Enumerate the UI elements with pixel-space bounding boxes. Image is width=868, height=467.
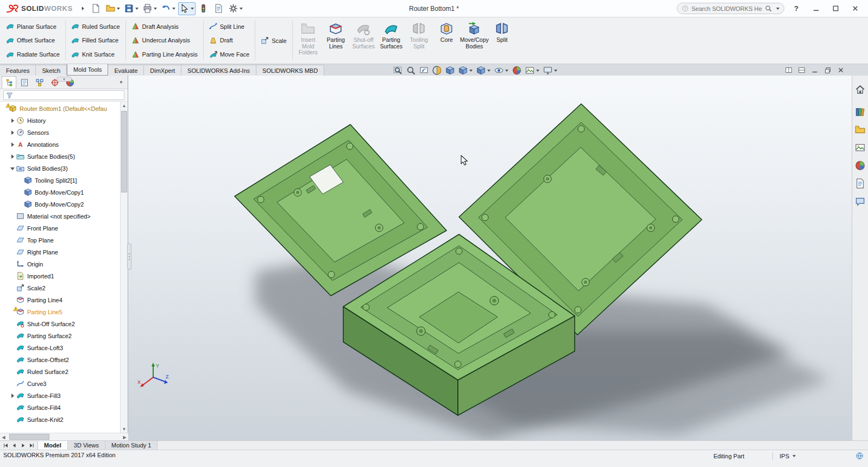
model-tab-model[interactable]: Model <box>38 441 68 450</box>
tree-item-body-move-copy1[interactable]: Body-Move/Copy1 <box>0 186 120 198</box>
scroll-up-icon[interactable]: ▲ <box>121 102 128 109</box>
tree-item-top-plane[interactable]: Top Plane <box>0 234 120 246</box>
tree-item-surface-fill4[interactable]: Surface-Fill4 <box>0 402 120 414</box>
tree-item-front-plane[interactable]: Front Plane <box>0 222 120 234</box>
close-document-button[interactable] <box>836 66 845 74</box>
viewport-3d[interactable]: Y X Z <box>128 76 852 440</box>
draft-button[interactable]: Draft <box>206 35 252 46</box>
insert-mold-folders-button[interactable]: Insert Mold Folders <box>294 19 322 62</box>
model-tab-last-button[interactable] <box>28 441 36 449</box>
tree-item-origin[interactable]: Origin <box>0 258 120 270</box>
radiate-surface-button[interactable]: Radiate Surface <box>3 49 62 60</box>
vertical-scroll-thumb[interactable] <box>121 111 127 192</box>
parting-lines-button[interactable]: Parting Lines <box>322 19 350 62</box>
appearances-button[interactable] <box>854 159 866 171</box>
print-button[interactable] <box>141 2 159 15</box>
expand-right-icon[interactable] <box>9 129 16 136</box>
split-vertical-button[interactable] <box>797 66 806 74</box>
parting-line-analysis-button[interactable]: Parting Line Analysis <box>129 49 200 60</box>
tab-solidworks-mbd[interactable]: SOLIDWORKS MBD <box>256 65 324 76</box>
expand-right-icon[interactable] <box>9 117 16 124</box>
tab-sketch[interactable]: Sketch <box>36 65 67 76</box>
propertymanager-tab[interactable] <box>17 76 32 89</box>
planar-surface-button[interactable]: Planar Surface <box>3 21 62 32</box>
split-line-button[interactable]: Split Line <box>206 21 252 32</box>
search-icon[interactable] <box>765 5 772 12</box>
model-tab-next-button[interactable] <box>19 441 27 449</box>
tree-item-sensors[interactable]: Sensors <box>0 127 120 139</box>
view-palette-button[interactable] <box>854 141 866 153</box>
tree-item-curve3[interactable]: Curve3 <box>0 378 120 390</box>
tree-item-surface-knit2[interactable]: Surface-Knit2 <box>0 414 120 426</box>
view-settings-button[interactable] <box>542 65 558 76</box>
model-tab-first-button[interactable] <box>2 441 10 449</box>
select-button[interactable] <box>178 2 196 15</box>
close-button[interactable] <box>847 3 863 15</box>
scroll-right-icon[interactable]: ▶ <box>121 433 128 441</box>
core-button[interactable]: Core <box>433 19 461 62</box>
tooling-split-button[interactable]: Tooling Split <box>405 19 433 62</box>
undo-button[interactable] <box>160 2 177 15</box>
expand-down-icon[interactable] <box>9 165 16 172</box>
tree-item-tooling-split2-1[interactable]: Tooling Split2[1] <box>0 175 120 186</box>
undercut-analysis-button[interactable]: Undercut Analysis <box>129 35 200 46</box>
tree-vertical-scrollbar[interactable]: ▲ ▼ <box>120 102 128 433</box>
apply-scene-button[interactable] <box>524 65 540 76</box>
rebuild-button[interactable] <box>197 2 211 15</box>
tree-item-parting-surface2[interactable]: Parting Surface2 <box>0 330 120 342</box>
forum-button[interactable] <box>854 195 866 207</box>
chevron-right-icon[interactable] <box>118 79 124 85</box>
tree-item-scale2[interactable]: Scale2 <box>0 282 120 294</box>
save-button[interactable] <box>123 2 140 15</box>
tree-item-material-not-specified[interactable]: Material <not specified> <box>0 210 120 222</box>
tree-item-annotations[interactable]: AAnnotations <box>0 139 120 151</box>
move-face-button[interactable]: Move Face <box>206 49 252 60</box>
model-tab-motion-study-1[interactable]: Motion Study 1 <box>105 441 158 450</box>
view-orientation-button[interactable] <box>457 65 474 76</box>
offset-surface-button[interactable]: Offset Surface <box>3 35 62 46</box>
draft-analysis-button[interactable]: Draft Analysis <box>129 21 200 32</box>
section-view-button[interactable] <box>431 65 443 76</box>
model-tab-previous-button[interactable] <box>10 441 18 449</box>
dynamic-annotation-views-button[interactable] <box>444 65 456 76</box>
scroll-down-icon[interactable]: ▼ <box>121 425 128 433</box>
minimize-button[interactable] <box>808 3 823 15</box>
help-search-input[interactable] <box>691 5 762 12</box>
restore-document-button[interactable] <box>823 66 832 74</box>
file-explorer-button[interactable] <box>854 123 866 135</box>
tab-dimxpert[interactable]: DimXpert <box>144 65 181 76</box>
file-properties-button[interactable] <box>212 2 226 15</box>
knit-surface-button[interactable]: Knit Surface <box>68 49 123 60</box>
split-button[interactable]: Split <box>488 19 516 62</box>
tree-item-router-bottom1-default-defau[interactable]: Router Bottom1 (Default<<Defau <box>0 103 120 115</box>
panel-splitter-handle[interactable] <box>127 244 131 270</box>
search-scope-caret-icon[interactable] <box>776 8 779 10</box>
tree-item-body-move-copy2[interactable]: Body-Move/Copy2 <box>0 198 120 210</box>
tab-mold-tools[interactable]: Mold Tools <box>67 64 108 76</box>
expand-right-icon[interactable] <box>9 393 16 399</box>
tree-horizontal-scrollbar[interactable]: ◀ ▶ <box>0 433 128 440</box>
tree-item-solid-bodies-3[interactable]: Solid Bodies(3) <box>0 163 120 175</box>
tree-item-surface-loft3[interactable]: Surface-Loft3 <box>0 342 120 354</box>
previous-view-button[interactable] <box>418 65 430 76</box>
minimize-document-button[interactable] <box>810 66 819 74</box>
parting-surfaces-button[interactable]: Parting Surfaces <box>378 19 405 62</box>
tree-item-history[interactable]: History <box>0 115 120 127</box>
home-button[interactable] <box>854 83 866 95</box>
tree-item-surface-bodies-5[interactable]: Surface Bodies(5) <box>0 151 120 163</box>
tree-item-ruled-surface2[interactable]: Ruled Surface2 <box>0 366 120 378</box>
tree-item-imported1[interactable]: Imported1 <box>0 270 120 282</box>
expand-right-icon[interactable] <box>9 141 16 148</box>
zoom-to-fit-button[interactable] <box>392 65 404 76</box>
configurationmanager-tab[interactable] <box>32 76 47 89</box>
horizontal-scroll-thumb[interactable] <box>9 434 49 440</box>
help-search[interactable]: ? <box>677 3 784 14</box>
tree-item-parting-line5[interactable]: Parting Line5 <box>0 306 120 318</box>
edit-appearance-button[interactable] <box>511 65 523 76</box>
units-selector[interactable]: IPS <box>779 453 796 459</box>
toolbar-expand-icon[interactable] <box>80 6 85 11</box>
model-tab-3d-views[interactable]: 3D Views <box>68 441 105 450</box>
tab-features[interactable]: Features <box>0 65 36 76</box>
scroll-left-icon[interactable]: ◀ <box>0 433 7 441</box>
3d-model-router-bottom-mold[interactable] <box>128 76 852 440</box>
